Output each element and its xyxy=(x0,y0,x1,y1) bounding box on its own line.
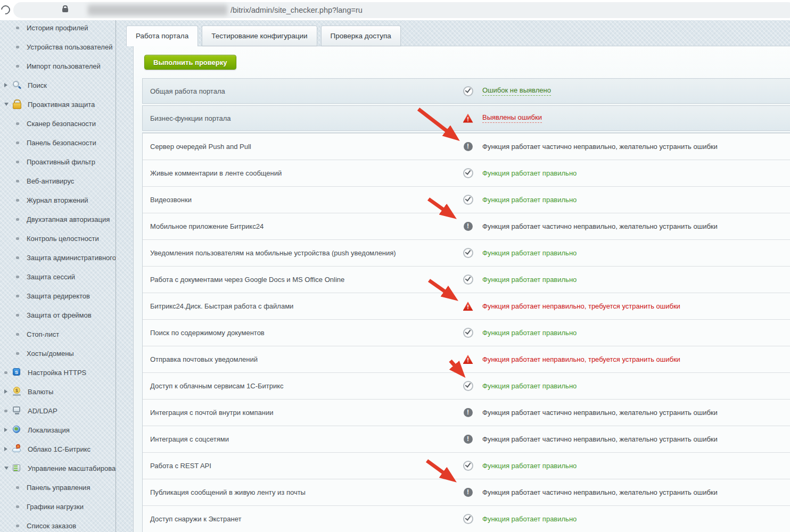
sidebar-item[interactable]: Импорт пользователей xyxy=(0,56,116,76)
exclamation-circle-icon xyxy=(464,222,473,231)
tab-bar: Работа портала Тестирование конфигурации… xyxy=(126,26,401,46)
sidebar-item[interactable]: Устройства пользователей xyxy=(0,37,116,56)
sidebar-item[interactable]: Журнал вторжений xyxy=(0,190,116,210)
sidebar-item[interactable]: Контроль целостности xyxy=(0,229,116,248)
sidebar-item[interactable]: Облако 1С-Битрикс xyxy=(0,439,116,459)
sidebar-item[interactable]: AD/LDAP xyxy=(0,401,116,420)
status-text: Функция работает правильно xyxy=(482,382,577,390)
section-result-link[interactable]: Ошибок не выявлено xyxy=(482,86,551,96)
sidebar-item[interactable]: История профилей xyxy=(0,20,116,37)
sidebar-item-label: Хосты/домены xyxy=(23,350,74,358)
check-circle-icon xyxy=(463,328,473,338)
globe-icon xyxy=(12,425,22,435)
section-result-link[interactable]: Выявлены ошибки xyxy=(482,113,542,123)
check-item-label: Работа с REST API xyxy=(143,462,460,470)
status-text: Функция работает правильно xyxy=(482,329,577,337)
lock-icon xyxy=(62,8,68,12)
check-item-label: Уведомления пользователям на мобильные у… xyxy=(143,249,460,257)
sidebar-item-label: Графики нагрузки xyxy=(23,503,84,511)
sidebar-item[interactable]: Управление масштабированием xyxy=(0,459,116,478)
https-icon xyxy=(12,368,22,377)
check-item-label: Интеграция с почтой внутри компании xyxy=(143,409,460,417)
tab-label: Работа портала xyxy=(136,32,188,40)
check-item-label: Живые комментарии в ленте сообщений xyxy=(143,169,460,177)
sidebar-menu: История профилей Устройства пользователе… xyxy=(0,20,116,532)
sidebar-item-label: Устройства пользователей xyxy=(23,43,112,51)
sidebar-item-label: Поиск xyxy=(24,81,47,89)
triangle-down-icon xyxy=(4,467,9,470)
sidebar-item[interactable]: Стоп-лист xyxy=(0,325,116,344)
status-text: Функция работает правильно xyxy=(482,196,577,204)
sidebar-item[interactable]: Валюты xyxy=(0,382,116,401)
check-circle-icon xyxy=(463,275,473,285)
sidebar-item[interactable]: Проактивный фильтр xyxy=(0,152,116,171)
tab-label: Проверка доступа xyxy=(331,32,391,40)
table-row: Видеозвонки Функция работает правильно xyxy=(143,186,790,213)
tab-item[interactable]: Тестирование конфигурации xyxy=(202,26,317,46)
sidebar-item[interactable]: Защита от фреймов xyxy=(0,305,116,325)
bullet-icon xyxy=(16,486,19,489)
exclamation-circle-icon xyxy=(464,142,473,151)
reload-icon[interactable] xyxy=(0,4,12,16)
sidebar-item-label: AD/LDAP xyxy=(24,407,57,415)
table-row: Доступ к облачным сервисам 1С-Битрикс Фу… xyxy=(143,372,790,399)
sidebar-item[interactable]: Веб-антивирус xyxy=(0,171,116,190)
exclamation-circle-icon xyxy=(464,435,473,444)
sidebar-item[interactable]: Панель управления xyxy=(0,478,116,497)
check-rows: Сервер очередей Push and Pull Функция ра… xyxy=(142,132,790,532)
bullet-icon xyxy=(16,65,19,68)
status-text: Функция работает частично неправильно, ж… xyxy=(482,222,718,230)
sidebar-item[interactable]: Графики нагрузки xyxy=(0,497,116,516)
triangle-down-icon xyxy=(4,103,9,106)
sidebar-item[interactable]: Сканер безопасности xyxy=(0,114,116,133)
exclamation-circle-icon xyxy=(464,488,473,497)
computer-icon xyxy=(12,406,22,415)
section-row: Общая работа портала Ошибок не выявлено xyxy=(142,78,790,104)
sidebar-item[interactable]: Защита административного xyxy=(0,248,116,267)
sidebar-item[interactable]: Список заказов xyxy=(0,516,116,532)
tab-item[interactable]: Работа портала xyxy=(126,26,198,46)
triangle-right-icon xyxy=(4,83,7,87)
check-item-label: Доступ снаружи к Экстранет xyxy=(143,515,460,523)
check-item-label: Сервер очередей Push and Pull xyxy=(143,143,460,151)
bullet-icon xyxy=(16,122,19,125)
table-row: Мобильное приложение Битрикс24 Функция р… xyxy=(143,213,790,239)
section-row: Бизнес-функции портала Выявлены ошибки xyxy=(142,105,790,131)
sidebar-item-label: Сканер безопасности xyxy=(23,120,96,128)
check-item-label: Интеграция с соцсетями xyxy=(143,435,460,443)
sidebar-item[interactable]: Панель безопасности xyxy=(0,133,116,152)
status-text: Функция работает правильно xyxy=(482,462,577,470)
sidebar-item[interactable]: Хосты/домены xyxy=(0,344,116,363)
bullet-icon xyxy=(16,27,19,29)
exclamation-circle-icon xyxy=(464,408,473,417)
check-item-label: Доступ к облачным сервисам 1С-Битрикс xyxy=(143,382,460,390)
warning-triangle-icon xyxy=(463,355,473,364)
section-label: Бизнес-функции портала xyxy=(143,114,460,122)
table-row: Поиск по содержимому документов Функция … xyxy=(143,319,790,346)
tab-item[interactable]: Проверка доступа xyxy=(321,26,401,46)
sidebar-item[interactable]: Настройка HTTPS xyxy=(0,363,116,382)
page-background: История профилей Устройства пользователе… xyxy=(0,20,790,532)
check-item-label: Работа с документами через Google Docs и… xyxy=(143,276,460,284)
sidebar-item[interactable]: Защита редиректов xyxy=(0,286,116,305)
url-bar[interactable]: /bitrix/admin/site_checker.php?lang=ru xyxy=(13,2,790,18)
sidebar-item[interactable]: Защита сессий xyxy=(0,267,116,286)
sidebar-item[interactable]: Двухэтапная авторизация xyxy=(0,210,116,229)
sidebar-item[interactable]: Локализация xyxy=(0,420,116,439)
status-text: Функция работает частично неправильно, ж… xyxy=(482,488,718,496)
sidebar-item-label: Валюты xyxy=(24,388,53,396)
run-check-button[interactable]: Выполнить проверку xyxy=(144,55,236,70)
check-circle-icon xyxy=(463,381,473,391)
sidebar-item-label: Стоп-лист xyxy=(23,330,59,338)
sidebar-item[interactable]: Поиск xyxy=(0,76,116,95)
check-circle-icon xyxy=(463,168,473,178)
bullet-icon xyxy=(4,410,7,412)
bullet-icon xyxy=(16,180,19,182)
table-row: Отправка почтовых уведомлений Функция ра… xyxy=(143,346,790,372)
bullet-icon xyxy=(16,333,19,336)
currency-icon xyxy=(12,387,22,396)
sidebar-item[interactable]: Проактивная защита xyxy=(0,95,116,114)
table-row: Уведомления пользователям на мобильные у… xyxy=(143,239,790,266)
bullet-icon xyxy=(16,314,19,317)
url-text: /bitrix/admin/site_checker.php?lang=ru xyxy=(231,2,363,18)
